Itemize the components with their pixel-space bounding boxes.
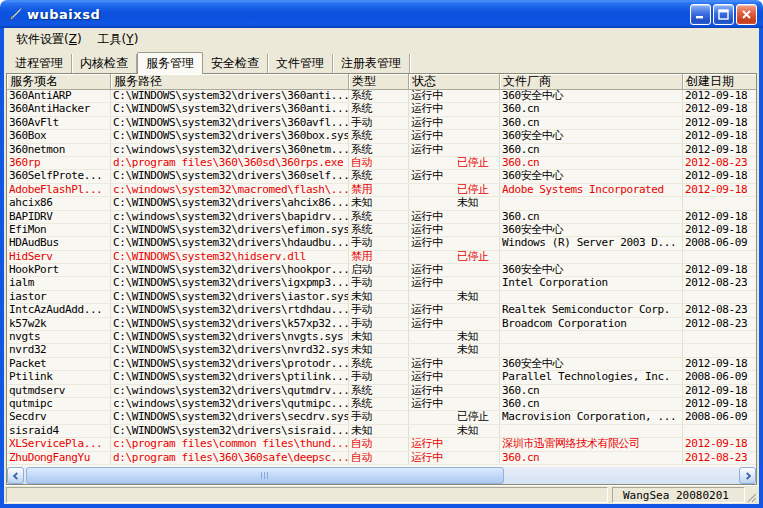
tab-process[interactable]: 进程管理	[7, 54, 72, 73]
statusbar: WangSea 20080201	[4, 485, 759, 504]
column-header-path[interactable]: 服务路径	[111, 74, 349, 90]
table-row[interactable]: qutmdservc:\windows\system32\drivers\qut…	[7, 385, 756, 398]
cell-status: 运行中	[409, 277, 500, 289]
column-header-name[interactable]: 服务项名	[7, 74, 111, 90]
cell-name: XLServicePla...	[7, 438, 111, 450]
table-row[interactable]: PtilinkC:\WINDOWS\system32\drivers\ptili…	[7, 371, 756, 384]
table-row[interactable]: ialmC:\WINDOWS\system32\drivers\igxpmp3.…	[7, 277, 756, 290]
table-row[interactable]: iastorC:\WINDOWS\system32\drivers\iastor…	[7, 291, 756, 304]
minimize-icon	[695, 9, 706, 20]
cell-type: 未知	[349, 331, 409, 343]
resize-grip[interactable]	[745, 490, 758, 503]
cell-date: 2008-06-09	[683, 237, 756, 249]
cell-status: 运行中	[409, 224, 500, 236]
cell-status: 已停止	[409, 411, 500, 423]
cell-path: c:\windows\system32\drivers\bapidrv...	[111, 211, 349, 223]
table-row[interactable]: qutmipcc:\windows\system32\drivers\qutmi…	[7, 398, 756, 411]
table-header: 服务项名服务路径类型状态文件厂商创建日期	[7, 74, 756, 90]
table-row[interactable]: sisraid4C:\WINDOWS\system32\drivers\sisr…	[7, 425, 756, 438]
table-row[interactable]: BAPIDRVc:\windows\system32\drivers\bapid…	[7, 211, 756, 224]
cell-name: AdobeFlashPl...	[7, 184, 111, 196]
tab-file[interactable]: 文件管理	[268, 54, 333, 73]
table-row[interactable]: PacketC:\WINDOWS\system32\drivers\protod…	[7, 358, 756, 371]
cell-status: 已停止	[409, 184, 500, 196]
cell-vendor: 360安全中心	[500, 130, 683, 142]
scroll-left-button[interactable]	[7, 467, 24, 484]
cell-status: 运行中	[409, 438, 500, 450]
cell-name: HookPort	[7, 264, 111, 276]
column-header-type[interactable]: 类型	[349, 74, 409, 90]
table-row[interactable]: SecdrvC:\WINDOWS\system32\drivers\secdrv…	[7, 411, 756, 424]
tab-kernel[interactable]: 内核检查	[72, 54, 137, 73]
cell-name: ahcix86	[7, 197, 111, 209]
cell-status: 运行中	[409, 371, 500, 383]
tab-registry[interactable]: 注册表管理	[333, 54, 410, 73]
table-row[interactable]: 360rpd:\program files\360\360sd\360rps.e…	[7, 157, 756, 170]
cell-path: c:\windows\system32\macromed\flash\...	[111, 184, 349, 196]
table-row[interactable]: 360netmonc:\windows\system32\drivers\360…	[7, 144, 756, 157]
cell-status: 运行中	[409, 211, 500, 223]
cell-vendor: 360安全中心	[500, 224, 683, 236]
column-header-status[interactable]: 状态	[409, 74, 500, 90]
menu-item-tools[interactable]: 工具(Y)	[90, 28, 147, 51]
cell-status: 未知	[409, 425, 500, 437]
close-icon	[741, 9, 752, 20]
table-row[interactable]: ZhuDongFangYud:\program files\360\360saf…	[7, 452, 756, 465]
cell-path: C:\WINDOWS\system32\drivers\360anti...	[111, 90, 349, 102]
close-button[interactable]	[736, 4, 757, 25]
cell-path: C:\WINDOWS\system32\drivers\nvrd32.sys	[111, 344, 349, 356]
cell-date: 2012-09-18	[683, 130, 756, 142]
table-row[interactable]: XLServicePla...c:\program files\common f…	[7, 438, 756, 451]
table-row[interactable]: 360BoxC:\WINDOWS\system32\drivers\360box…	[7, 130, 756, 143]
cell-vendor	[500, 331, 683, 343]
cell-vendor: 深圳市迅雷网络技术有限公司	[500, 438, 683, 450]
cell-path: C:\WINDOWS\system32\drivers\rtdhdau...	[111, 304, 349, 316]
table-row[interactable]: nvrd32C:\WINDOWS\system32\drivers\nvrd32…	[7, 344, 756, 357]
scrollbar-track[interactable]	[24, 467, 739, 484]
cell-vendor: Windows (R) Server 2003 D...	[500, 237, 683, 249]
cell-date: 2012-09-18	[683, 264, 756, 276]
table-row[interactable]: k57w2kC:\WINDOWS\system32\drivers\k57xp3…	[7, 318, 756, 331]
cell-type: 自动	[349, 452, 409, 464]
maximize-icon	[718, 9, 729, 20]
tab-service[interactable]: 服务管理	[137, 52, 203, 74]
cell-name: qutmipc	[7, 398, 111, 410]
table-row[interactable]: 360SelfProte...C:\WINDOWS\system32\drive…	[7, 170, 756, 183]
table-row[interactable]: IntcAzAudAdd...C:\WINDOWS\system32\drive…	[7, 304, 756, 317]
cell-type: 启动	[349, 264, 409, 276]
column-header-date[interactable]: 创建日期	[683, 74, 756, 90]
table-row[interactable]: nvgtsC:\WINDOWS\system32\drivers\nvgts.s…	[7, 331, 756, 344]
horizontal-scrollbar[interactable]	[7, 467, 756, 484]
table-row[interactable]: HidServC:\WINDOWS\system32\hidserv.dll禁用…	[7, 251, 756, 264]
table-row[interactable]: HookPortC:\WINDOWS\system32\drivers\hook…	[7, 264, 756, 277]
minimize-button[interactable]	[690, 4, 711, 25]
column-header-vendor[interactable]: 文件厂商	[500, 74, 683, 90]
cell-type: 手动	[349, 237, 409, 249]
scrollbar-thumb[interactable]	[26, 467, 504, 484]
cell-date: 2012-08-23	[683, 304, 756, 316]
titlebar[interactable]: wubaixsd	[0, 0, 763, 28]
cell-name: EfiMon	[7, 224, 111, 236]
scroll-right-button[interactable]	[739, 467, 756, 484]
cell-status: 运行中	[409, 264, 500, 276]
maximize-button[interactable]	[713, 4, 734, 25]
cell-type: 自动	[349, 157, 409, 169]
cell-type: 系统	[349, 170, 409, 182]
tab-security[interactable]: 安全检查	[203, 54, 268, 73]
table-row[interactable]: 360AntiHackerC:\WINDOWS\system32\drivers…	[7, 103, 756, 116]
table-row[interactable]: ahcix86C:\WINDOWS\system32\drivers\ahcix…	[7, 197, 756, 210]
table-row[interactable]: EfiMonC:\WINDOWS\system32\drivers\efimon…	[7, 224, 756, 237]
cell-path: C:\WINDOWS\system32\drivers\hookpor...	[111, 264, 349, 276]
cell-date: 2012-09-18	[683, 398, 756, 410]
cell-path: c:\program files\common files\thund...	[111, 438, 349, 450]
cell-date	[683, 331, 756, 343]
table-row[interactable]: HDAudBusC:\WINDOWS\system32\drivers\hdau…	[7, 237, 756, 250]
table-row[interactable]: 360AvFltC:\WINDOWS\system32\drivers\360a…	[7, 117, 756, 130]
chevron-right-icon	[744, 472, 752, 480]
cell-vendor: 360安全中心	[500, 90, 683, 102]
menu-item-software-settings[interactable]: 软件设置(Z)	[8, 28, 90, 51]
cell-date: 2012-09-18	[683, 211, 756, 223]
table-row[interactable]: 360AntiARPC:\WINDOWS\system32\drivers\36…	[7, 90, 756, 103]
table-row[interactable]: AdobeFlashPl...c:\windows\system32\macro…	[7, 184, 756, 197]
cell-status: 未知	[409, 291, 500, 303]
